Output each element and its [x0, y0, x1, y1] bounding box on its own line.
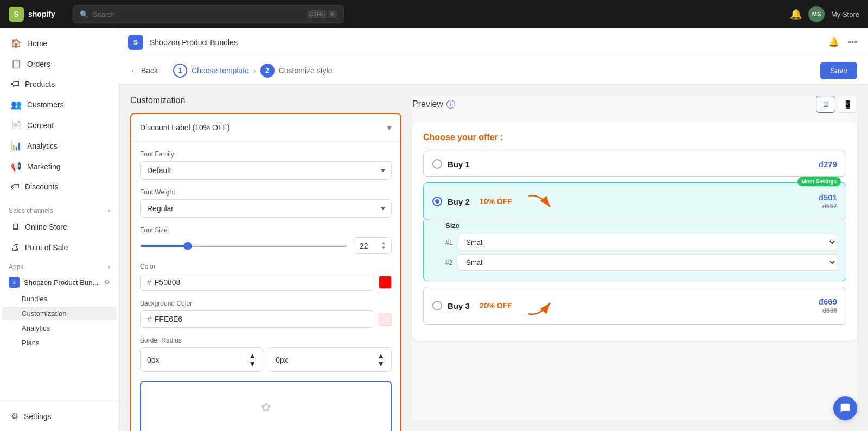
- back-arrow-icon: ←: [130, 66, 138, 75]
- font-size-stepper: ▲ ▼: [381, 241, 386, 250]
- app-header-logo: S: [128, 35, 143, 50]
- apps-expand-icon[interactable]: ›: [108, 263, 110, 271]
- search-bar[interactable]: 🔍 CTRL K: [73, 5, 344, 23]
- bg-color-swatch[interactable]: [379, 313, 392, 326]
- offer-price-right-buy3: đ669 đ836: [819, 297, 837, 314]
- offer-strike-buy2: đ557: [819, 202, 837, 210]
- bg-color-input[interactable]: [155, 315, 198, 324]
- step1-label: Choose template: [192, 66, 249, 75]
- widget-expand-icon[interactable]: ▾: [387, 122, 392, 134]
- preview-placeholder-icon: ✿: [261, 401, 271, 415]
- content-icon: 📄: [11, 120, 22, 130]
- offer-row-buy1[interactable]: Buy 1 đ279: [423, 151, 846, 177]
- shopzon-app-icon: S: [9, 277, 20, 288]
- sidebar-item-online-store[interactable]: 🖥 Online Store: [2, 217, 117, 237]
- sidebar-item-marketing[interactable]: 📢 Marketing: [2, 156, 117, 176]
- color-input[interactable]: [155, 278, 198, 287]
- br-down-1[interactable]: ▼: [248, 360, 256, 367]
- sidebar-item-point-of-sale[interactable]: 🖨 Point of Sale: [2, 238, 117, 257]
- offer-row-buy2[interactable]: Buy 2 10% OFF: [423, 182, 846, 220]
- apps-header: Apps ›: [0, 258, 119, 273]
- br-down-2[interactable]: ▼: [377, 360, 385, 367]
- back-button[interactable]: ← Back: [130, 66, 158, 75]
- offer-price-buy2: đ501: [819, 193, 837, 202]
- sidebar-item-shopzon[interactable]: S Shopzon Product Bun... ⚙: [0, 273, 119, 291]
- br-up-1[interactable]: ▲: [248, 352, 256, 359]
- font-size-group: Font Size ▲ ▼: [140, 226, 392, 254]
- page-body: Customization Discount Label (10% OFF) ▾…: [119, 85, 868, 431]
- search-input[interactable]: [93, 10, 303, 18]
- font-size-number-box: ▲ ▼: [354, 237, 392, 254]
- font-weight-select[interactable]: Regular: [140, 199, 392, 218]
- search-shortcut: CTRL K: [307, 10, 337, 18]
- offer-left-buy1: Buy 1: [432, 159, 470, 169]
- sidebar-item-analytics[interactable]: 📊 Analytics: [2, 136, 117, 156]
- sidebar-item-discounts[interactable]: 🏷 Discounts: [2, 177, 117, 197]
- sidebar-item-products[interactable]: 🏷 Products: [2, 74, 117, 94]
- offer-label-buy2: Buy 2: [448, 197, 470, 206]
- size-select-1[interactable]: Small: [458, 234, 837, 251]
- br-up-2[interactable]: ▲: [377, 352, 385, 359]
- offer-row-wrapper-buy2: Most Savings Buy 2 10% OFF: [423, 182, 846, 281]
- offer-price-buy1: đ279: [819, 160, 837, 169]
- sidebar-item-home[interactable]: 🏠 Home: [2, 33, 117, 53]
- size-num-1: #1: [445, 239, 452, 246]
- offer-row-buy3[interactable]: Buy 3 20% OFF: [423, 287, 846, 325]
- widget-body: Font Family Default Font Weight Regular: [131, 142, 400, 431]
- bg-color-row: #: [140, 310, 392, 328]
- sidebar-label-home: Home: [27, 39, 47, 48]
- panel-title: Customization: [130, 96, 401, 105]
- font-size-down-arrow[interactable]: ▼: [381, 246, 386, 250]
- content-area: S Shopzon Product Bundles 🔔 ••• ← Back 1…: [119, 28, 868, 431]
- font-size-input[interactable]: [360, 242, 381, 250]
- sales-channels-expand-icon[interactable]: ›: [108, 207, 110, 214]
- border-radius-label: Border Radius: [140, 337, 392, 344]
- widget-header: Discount Label (10% OFF) ▾: [131, 114, 400, 142]
- border-radius-group: Border Radius 0px ▲ ▼: [140, 337, 392, 372]
- sidebar-sub-analytics[interactable]: Analytics: [2, 321, 117, 335]
- desktop-view-button[interactable]: 🖥: [816, 96, 835, 113]
- sidebar-sub-bundles[interactable]: Bundles: [2, 292, 117, 306]
- color-field: #: [140, 274, 374, 291]
- size-select-2[interactable]: Small: [458, 254, 837, 271]
- sidebar-label-marketing: Marketing: [27, 162, 60, 171]
- br-stepper-2: ▲ ▼: [377, 352, 385, 367]
- color-hash: #: [147, 278, 151, 287]
- sidebar-label-orders: Orders: [27, 60, 50, 68]
- br-stepper-1: ▲ ▼: [248, 352, 256, 367]
- avatar: MS: [808, 6, 825, 22]
- font-size-slider[interactable]: [140, 245, 347, 247]
- ellipsis-header-icon[interactable]: •••: [846, 35, 859, 49]
- main-layout: 🏠 Home 📋 Orders 🏷 Products 👥 Customers 📄…: [0, 28, 868, 431]
- shopzon-settings-icon[interactable]: ⚙: [104, 278, 110, 286]
- br-value-1: 0px: [147, 356, 159, 364]
- sidebar-item-customers[interactable]: 👥 Customers: [2, 94, 117, 115]
- sidebar-label-products: Products: [25, 80, 55, 88]
- border-radius-row: 0px ▲ ▼ 0px ▲: [140, 347, 392, 372]
- offer-radio-buy2: [432, 197, 442, 206]
- analytics-icon: 📊: [11, 141, 22, 151]
- bg-color-group: Background Color #: [140, 300, 392, 328]
- color-label: Color: [140, 263, 392, 270]
- bg-color-field: #: [140, 310, 374, 328]
- chat-button[interactable]: [833, 396, 857, 420]
- sidebar-item-settings[interactable]: ⚙ Settings: [2, 406, 117, 426]
- widget-card: Discount Label (10% OFF) ▾ Font Family D…: [130, 113, 401, 431]
- font-family-label: Font Family: [140, 150, 392, 158]
- sidebar-sub-customization[interactable]: Customization: [2, 307, 117, 320]
- sidebar-sub-plans[interactable]: Plans: [2, 336, 117, 350]
- bell-header-icon[interactable]: 🔔: [826, 35, 841, 49]
- notification-icon[interactable]: 🔔: [790, 8, 802, 20]
- sidebar-item-content[interactable]: 📄 Content: [2, 115, 117, 135]
- offer-left-buy3: Buy 3 20% OFF: [432, 295, 556, 316]
- save-button[interactable]: Save: [820, 62, 857, 79]
- sidebar-item-orders[interactable]: 📋 Orders: [2, 54, 117, 74]
- sidebar-label-discounts: Discounts: [25, 182, 58, 191]
- preview-info-icon[interactable]: i: [446, 100, 455, 109]
- mobile-view-button[interactable]: 📱: [838, 96, 857, 113]
- color-swatch[interactable]: [379, 276, 392, 289]
- breadcrumb-bar: ← Back 1 Choose template › 2 Customize s…: [119, 56, 868, 85]
- font-family-select[interactable]: Default: [140, 161, 392, 180]
- font-size-up-arrow[interactable]: ▲: [381, 241, 386, 245]
- customers-icon: 👥: [11, 99, 22, 110]
